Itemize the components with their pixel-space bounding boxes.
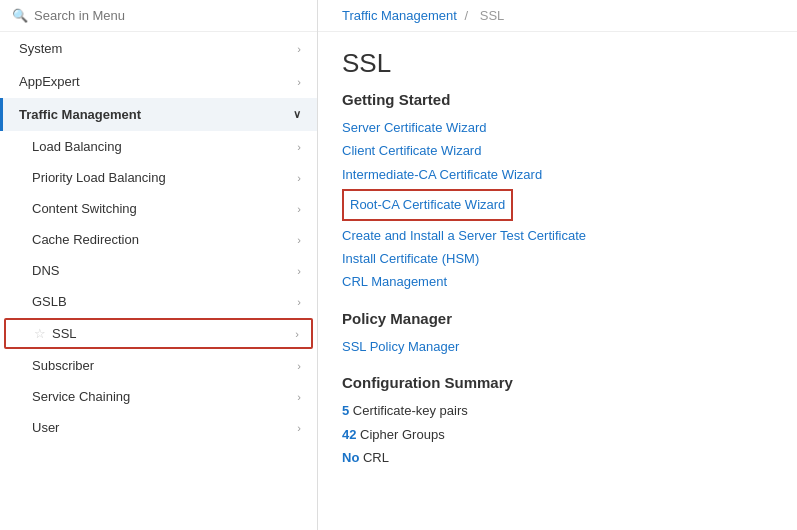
config-label-crl: CRL — [363, 450, 389, 465]
sidebar-item-priority-load-balancing[interactable]: Priority Load Balancing › — [0, 162, 317, 193]
sidebar-item-label: Service Chaining — [32, 389, 130, 404]
link-root-ca-wizard[interactable]: Root-CA Certificate Wizard — [342, 189, 513, 220]
sidebar-item-service-chaining[interactable]: Service Chaining › — [0, 381, 317, 412]
chevron-right-icon: › — [297, 360, 301, 372]
sidebar-item-appexpert[interactable]: AppExpert › — [0, 65, 317, 98]
sidebar-item-dns[interactable]: DNS › — [0, 255, 317, 286]
chevron-right-icon: › — [297, 141, 301, 153]
chevron-right-icon: › — [297, 43, 301, 55]
link-intermediate-ca-wizard[interactable]: Intermediate-CA Certificate Wizard — [342, 163, 773, 186]
breadcrumb: Traffic Management / SSL — [318, 0, 797, 32]
sidebar-item-label: System — [19, 41, 62, 56]
sidebar-item-cache-redirection[interactable]: Cache Redirection › — [0, 224, 317, 255]
sidebar-item-label: User — [32, 420, 59, 435]
sidebar-item-load-balancing[interactable]: Load Balancing › — [0, 131, 317, 162]
sidebar-item-label: Priority Load Balancing — [32, 170, 166, 185]
sidebar-item-label: AppExpert — [19, 74, 80, 89]
search-input[interactable] — [34, 8, 305, 23]
config-item-cipher-groups: 42 Cipher Groups — [342, 423, 773, 446]
chevron-right-icon: › — [297, 422, 301, 434]
config-label-cert-pairs: Certificate-key pairs — [353, 403, 468, 418]
sidebar-item-traffic-management[interactable]: Traffic Management ∨ — [0, 98, 317, 131]
chevron-right-icon: › — [295, 328, 299, 340]
link-crl-management[interactable]: CRL Management — [342, 270, 773, 293]
main-content: Traffic Management / SSL SSL Getting Sta… — [318, 0, 797, 530]
sidebar-item-content-switching[interactable]: Content Switching › — [0, 193, 317, 224]
sidebar-item-label: Subscriber — [32, 358, 94, 373]
sidebar-item-label: Load Balancing — [32, 139, 122, 154]
sidebar-item-label: GSLB — [32, 294, 67, 309]
policy-manager-section: Policy Manager SSL Policy Manager — [318, 310, 797, 374]
ssl-item-content: ☆ SSL — [34, 326, 77, 341]
breadcrumb-parent[interactable]: Traffic Management — [342, 8, 457, 23]
star-icon: ☆ — [34, 326, 46, 341]
getting-started-heading: Getting Started — [342, 91, 773, 108]
chevron-right-icon: › — [297, 265, 301, 277]
page-title: SSL — [318, 32, 797, 91]
chevron-right-icon: › — [297, 391, 301, 403]
chevron-right-icon: › — [297, 296, 301, 308]
config-item-cert-pairs: 5 Certificate-key pairs — [342, 399, 773, 422]
config-count-cert-pairs: 5 — [342, 403, 349, 418]
breadcrumb-current: SSL — [480, 8, 505, 23]
sidebar-item-label: Traffic Management — [19, 107, 141, 122]
chevron-down-icon: ∨ — [293, 108, 301, 121]
sidebar-item-label: DNS — [32, 263, 59, 278]
chevron-right-icon: › — [297, 172, 301, 184]
search-icon: 🔍 — [12, 8, 28, 23]
config-summary-section: Configuration Summary 5 Certificate-key … — [318, 374, 797, 485]
link-ssl-policy-manager[interactable]: SSL Policy Manager — [342, 335, 773, 358]
sidebar-item-subscriber[interactable]: Subscriber › — [0, 350, 317, 381]
chevron-right-icon: › — [297, 76, 301, 88]
sidebar-item-label: Cache Redirection — [32, 232, 139, 247]
sidebar-item-label: Content Switching — [32, 201, 137, 216]
sidebar-item-gslb[interactable]: GSLB › — [0, 286, 317, 317]
getting-started-section: Getting Started Server Certificate Wizar… — [318, 91, 797, 310]
sidebar-item-ssl[interactable]: ☆ SSL › — [4, 318, 313, 349]
link-install-cert-hsm[interactable]: Install Certificate (HSM) — [342, 247, 773, 270]
chevron-right-icon: › — [297, 234, 301, 246]
link-client-cert-wizard[interactable]: Client Certificate Wizard — [342, 139, 773, 162]
config-summary-heading: Configuration Summary — [342, 374, 773, 391]
sidebar-item-system[interactable]: System › — [0, 32, 317, 65]
chevron-right-icon: › — [297, 203, 301, 215]
config-count-crl: No — [342, 450, 359, 465]
config-label-cipher-groups: Cipher Groups — [360, 427, 445, 442]
link-server-cert-wizard[interactable]: Server Certificate Wizard — [342, 116, 773, 139]
sidebar: 🔍 System › AppExpert › Traffic Managemen… — [0, 0, 318, 530]
policy-manager-heading: Policy Manager — [342, 310, 773, 327]
config-item-crl: No CRL — [342, 446, 773, 469]
breadcrumb-separator: / — [465, 8, 469, 23]
sidebar-item-label: SSL — [52, 326, 77, 341]
search-bar[interactable]: 🔍 — [0, 0, 317, 32]
sidebar-item-user[interactable]: User › — [0, 412, 317, 443]
config-count-cipher-groups: 42 — [342, 427, 356, 442]
link-create-server-test-cert[interactable]: Create and Install a Server Test Certifi… — [342, 224, 773, 247]
